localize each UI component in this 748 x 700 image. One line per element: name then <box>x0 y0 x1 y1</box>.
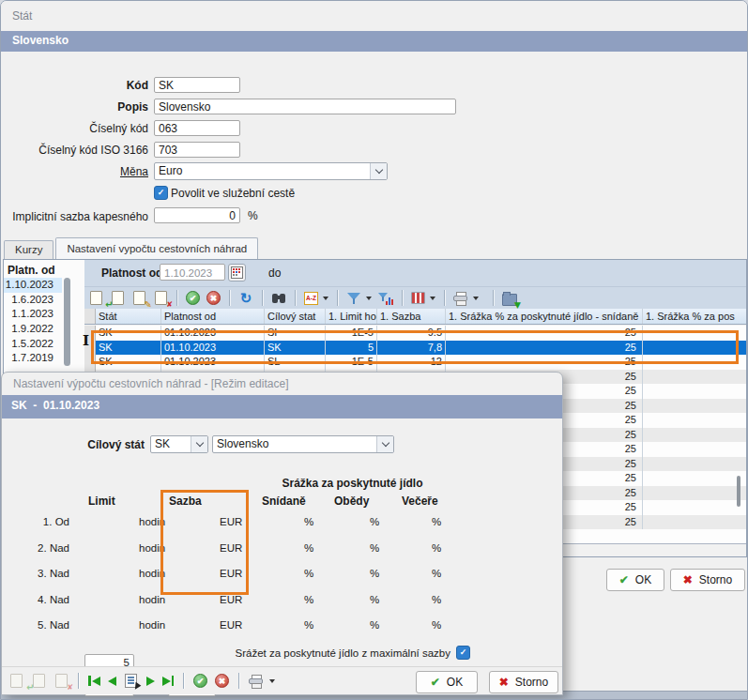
copy-record-button[interactable]: ↵ <box>110 291 125 306</box>
percent-label: % <box>432 591 441 609</box>
ciselny-kod-input[interactable]: 063 <box>154 120 240 136</box>
new-record-button[interactable] <box>8 674 23 689</box>
srazet-checkbox-label: Srážet za poskytnuté jídlo z maximální s… <box>190 647 450 659</box>
funnel-icon <box>346 291 361 306</box>
percent-label: % <box>432 540 441 557</box>
dialog-storno-button[interactable]: ✖ Storno <box>489 671 558 693</box>
columns-dropdown-arrow[interactable] <box>430 297 435 300</box>
copy-arrow-icon: ↵ <box>105 299 113 310</box>
list-scrollbar[interactable] <box>64 278 70 366</box>
columns-button[interactable] <box>411 292 425 304</box>
refresh-button[interactable]: ↻ <box>238 291 253 306</box>
filter-button[interactable] <box>346 291 361 306</box>
cilovy-stat-code-combo[interactable]: SK <box>150 435 208 453</box>
kapesne-input[interactable]: 0 <box>154 207 240 223</box>
popis-input[interactable]: Slovensko <box>154 99 456 114</box>
chevron-down-icon[interactable] <box>376 436 393 452</box>
export-button[interactable]: ▼ <box>502 291 517 306</box>
copy-record-button[interactable]: ↵ <box>31 674 46 689</box>
dialog-ok-button[interactable]: ✔ OK <box>416 671 478 693</box>
eur-label: EUR <box>220 616 242 634</box>
kod-input[interactable]: SK <box>154 77 240 93</box>
cilovy-stat-name-combo[interactable]: Slovensko <box>212 435 394 453</box>
delete-record-button[interactable]: ✘ <box>53 674 69 689</box>
dialog-header-bar: SK - 01.10.2023 <box>2 395 562 418</box>
vecere-col-label: Večeře <box>402 495 438 508</box>
percent-label: % <box>432 565 441 583</box>
validity-date-item[interactable]: 1.9.2022 <box>4 322 62 337</box>
calendar-button[interactable] <box>228 264 246 282</box>
grid-header-row: Stát Platnost od Cílový stat 1. Limit ho… <box>84 309 746 325</box>
percent-label: % <box>370 591 379 609</box>
col-srazka-next[interactable]: 1. Srážka % za pos <box>643 309 746 324</box>
percent-label: % <box>432 616 441 634</box>
storno-button[interactable]: ✖ Storno <box>670 569 745 591</box>
tab-nastaveni-nahrad[interactable]: Nastavení vypočtu cestovních náhrad <box>55 237 258 259</box>
sort-az-button[interactable]: A-Z <box>304 292 318 305</box>
validity-date-item[interactable]: 1.6.2023 <box>4 293 62 308</box>
limit-row: 3. Nad 18 hodin 17,4 EUR 25 % 40 % 35 % <box>2 565 562 583</box>
print-dropdown-arrow[interactable] <box>473 297 479 300</box>
window-titlebar: Stát <box>1 1 747 31</box>
platnost-od-input[interactable]: 1.10.2023 <box>160 264 225 281</box>
edit-record-button[interactable]: ✎ <box>131 291 146 306</box>
cancel-button[interactable]: ✖ <box>215 674 229 688</box>
percent-label: % <box>370 616 379 634</box>
col-cilovy-stat[interactable]: Cílový stat <box>265 309 326 324</box>
x-icon: ✖ <box>683 573 693 586</box>
dialog-toolbar: ↵ ✘ ✔ ✖ <box>2 666 562 694</box>
delete-record-button[interactable]: ✘ <box>153 291 168 306</box>
iso-kod-input[interactable]: 703 <box>154 142 240 158</box>
chevron-down-icon[interactable] <box>191 436 207 452</box>
iso-kod-label: Číselný kód ISO 3166 <box>8 143 148 159</box>
confirm-button[interactable]: ✔ <box>186 291 200 305</box>
sort-dropdown-arrow[interactable] <box>323 297 328 300</box>
kod-label: Kód <box>8 78 148 94</box>
delete-x-icon: ✘ <box>166 300 173 309</box>
col-platnost-od[interactable]: Platnost od <box>161 309 265 324</box>
window-title: Stát <box>12 9 32 23</box>
grid-scrollbar[interactable] <box>737 476 740 507</box>
col-srazka-snidane[interactable]: 1. Srážka % za poskytnuté jídlo - snídan… <box>446 309 643 324</box>
first-record-button[interactable] <box>88 676 100 686</box>
filter-stats-button[interactable] <box>378 291 393 306</box>
col-stat[interactable]: Stát <box>96 309 161 324</box>
mena-label: Měna <box>8 164 148 180</box>
ok-button[interactable]: ✔ OK <box>606 569 664 591</box>
print-dropdown-arrow[interactable] <box>269 679 275 683</box>
tab-kurzy[interactable]: Kurzy <box>4 240 53 259</box>
confirm-button[interactable]: ✔ <box>193 674 207 688</box>
povolit-label: Povolit ve služební cestě <box>171 187 295 201</box>
search-button[interactable] <box>271 291 286 306</box>
list-cursor-icon <box>125 674 137 688</box>
percent-label: % <box>304 540 313 557</box>
export-arrow-icon: ▼ <box>514 300 521 310</box>
obedy-col-label: Obědy <box>334 495 369 508</box>
validity-date-item[interactable]: 1.1.2023 <box>4 307 62 322</box>
print-button[interactable] <box>249 674 264 689</box>
validity-date-item[interactable]: 1.7.2019 <box>4 351 62 366</box>
record-list-button[interactable] <box>124 674 139 689</box>
next-record-button[interactable] <box>146 677 155 686</box>
mena-combo[interactable]: Euro <box>154 162 388 180</box>
new-record-button[interactable] <box>88 291 103 306</box>
col-sazba[interactable]: 1. Sazba <box>377 309 446 324</box>
print-button[interactable] <box>453 291 468 306</box>
srazet-checkbox[interactable]: ✓ <box>456 646 470 660</box>
check-icon: ✔ <box>431 676 440 689</box>
percent-label: % <box>304 591 313 609</box>
cancel-button[interactable]: ✖ <box>206 291 221 305</box>
validity-date-item[interactable]: 1.5.2022 <box>4 337 62 352</box>
validity-date-item[interactable]: 1.10.2023 <box>4 278 62 293</box>
dialog-title: Nastavení výpočtu cestovních náhrad - [R… <box>13 377 288 390</box>
prev-record-button[interactable] <box>108 677 116 686</box>
povolit-checkbox[interactable]: ✓ <box>154 186 168 200</box>
validity-date-list: 1.10.20231.6.20231.1.20231.9.20221.5.202… <box>4 278 62 366</box>
check-icon: ✔ <box>619 573 629 586</box>
last-record-button[interactable] <box>162 676 175 686</box>
chevron-down-icon[interactable] <box>370 163 387 179</box>
percent-label: % <box>370 513 379 531</box>
col-limit-hodin[interactable]: 1. Limit hodin <box>326 309 377 324</box>
filter-dropdown-arrow[interactable] <box>366 297 372 300</box>
limit-row: 5. Nad 0 hodin 0 EUR % % % <box>2 616 562 634</box>
